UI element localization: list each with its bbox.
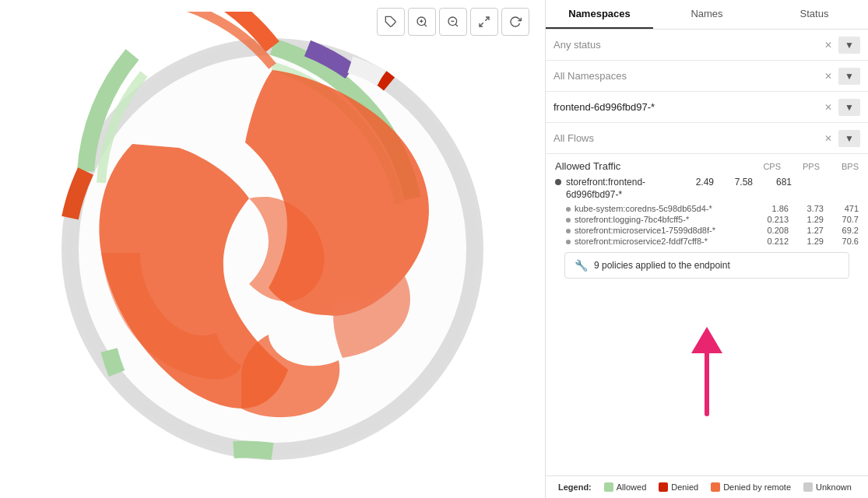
traffic-sub-dot-3 [566,240,571,244]
traffic-sub-cps-2: 0.208 [754,226,789,235]
legend-swatch-unknown [803,482,813,492]
zoom-out-button[interactable] [439,8,467,36]
legend-label-denied: Denied [671,482,698,492]
col-bps: BPS [820,162,859,171]
policies-badge[interactable]: 🔧 9 policies applied to the endpoint [564,252,849,279]
traffic-title: Allowed Traffic [555,160,620,172]
legend-item-denied: Denied [659,482,698,492]
visualization-panel [0,0,545,498]
traffic-sub-dot-1 [566,218,571,223]
traffic-sub-bps-0: 471 [824,204,859,213]
legend: Legend: Allowed Denied Denied by remote … [546,475,868,498]
tabs-row: Namespaces Names Status [546,0,868,30]
tab-status[interactable]: Status [761,0,868,29]
legend-swatch-denied [659,482,668,492]
filter-namespace-label: All Namespaces [553,70,824,82]
filter-flows[interactable]: All Flows ✕ ▼ [546,123,868,154]
policies-icon: 🔧 [575,259,588,272]
filter-flows-chevron[interactable]: ▼ [838,130,860,147]
legend-item-denied-remote: Denied by remote [711,482,791,492]
filter-name-label: frontend-6d996fbd97-* [553,101,824,113]
svg-marker-12 [691,327,722,353]
traffic-main-name: storefront:frontend-6d996fbd97-* [566,177,675,201]
tab-namespaces[interactable]: Namespaces [546,0,653,29]
traffic-sub-dot-2 [566,229,571,233]
refresh-button[interactable] [501,8,529,36]
filter-status-label: Any status [553,39,824,51]
traffic-sub-name-2: storefront:microservice1-7599d8d8f-* [575,226,754,235]
filter-name-close[interactable]: ✕ [824,102,832,113]
legend-label-denied-remote: Denied by remote [723,482,791,492]
filter-namespace-close[interactable]: ✕ [824,71,832,82]
traffic-sub-pps-0: 3.73 [789,204,824,213]
traffic-sub-pps-2: 1.27 [789,226,824,235]
traffic-main-cps: 2.49 [675,177,714,188]
svg-line-2 [424,24,427,26]
right-panel: Namespaces Names Status Any status ✕ ▼ A… [545,0,868,498]
traffic-sub-cps-0: 1.86 [754,204,789,213]
traffic-sub-row-1: storefront:logging-7bc4bfcff5-* 0.213 1.… [566,215,859,224]
traffic-sub-bps-1: 70.7 [824,215,859,224]
tag-button[interactable] [377,8,405,36]
traffic-sub-rows: kube-system:coredns-5c98db65d4-* 1.86 3.… [566,204,859,246]
filter-namespace-chevron[interactable]: ▼ [838,68,860,85]
arrow-annotation [546,306,868,476]
traffic-sub-bps-2: 69.2 [824,226,859,235]
filter-status-chevron[interactable]: ▼ [838,37,860,54]
tab-names[interactable]: Names [653,0,761,29]
legend-swatch-denied-remote [711,482,720,492]
traffic-sub-cps-1: 0.213 [754,215,789,224]
filter-status[interactable]: Any status ✕ ▼ [546,30,868,61]
traffic-sub-row-3: storefront:microservice2-fddf7cff8-* 0.2… [566,237,859,246]
traffic-main-dot [555,179,561,185]
traffic-sub-pps-3: 1.29 [789,237,824,246]
traffic-sub-name-3: storefront:microservice2-fddf7cff8-* [575,237,754,246]
traffic-main-bps: 681 [753,177,792,188]
legend-label-allowed: Allowed [617,482,647,492]
traffic-sub-row-0: kube-system:coredns-5c98db65d4-* 1.86 3.… [566,204,859,213]
filter-flows-label: All Flows [553,132,824,144]
svg-line-6 [455,24,458,26]
traffic-sub-bps-3: 70.6 [824,237,859,246]
filter-namespace[interactable]: All Namespaces ✕ ▼ [546,61,868,92]
col-cps: CPS [742,162,781,171]
zoom-in-button[interactable] [408,8,436,36]
traffic-sub-pps-1: 1.29 [789,215,824,224]
chord-diagram[interactable] [31,12,514,486]
traffic-sub-row-2: storefront:microservice1-7599d8d8f-* 0.2… [566,226,859,235]
toolbar [377,8,529,36]
svg-line-9 [480,23,483,26]
traffic-sub-name-1: storefront:logging-7bc4bfcff5-* [575,215,754,224]
filter-flows-close[interactable]: ✕ [824,133,832,144]
svg-line-8 [485,17,489,21]
traffic-main-row: storefront:frontend-6d996fbd97-* 2.49 7.… [555,177,859,201]
filter-name-chevron[interactable]: ▼ [838,99,860,116]
legend-label-unknown: Unknown [816,482,852,492]
legend-item-unknown: Unknown [803,482,852,492]
traffic-section: Allowed Traffic CPS PPS BPS storefront:f… [546,154,868,306]
legend-swatch-allowed [604,482,613,492]
legend-item-allowed: Allowed [604,482,647,492]
arrow-svg [676,321,738,430]
legend-title: Legend: [558,482,592,492]
traffic-sub-name-0: kube-system:coredns-5c98db65d4-* [575,204,754,213]
fit-button[interactable] [470,8,498,36]
traffic-sub-cps-3: 0.212 [754,237,789,246]
filter-name[interactable]: frontend-6d996fbd97-* ✕ ▼ [546,92,868,123]
filter-status-close[interactable]: ✕ [824,40,832,51]
traffic-sub-dot-0 [566,207,571,212]
policies-label: 9 policies applied to the endpoint [594,260,730,271]
col-pps: PPS [781,162,820,171]
traffic-main-pps: 7.58 [714,177,753,188]
